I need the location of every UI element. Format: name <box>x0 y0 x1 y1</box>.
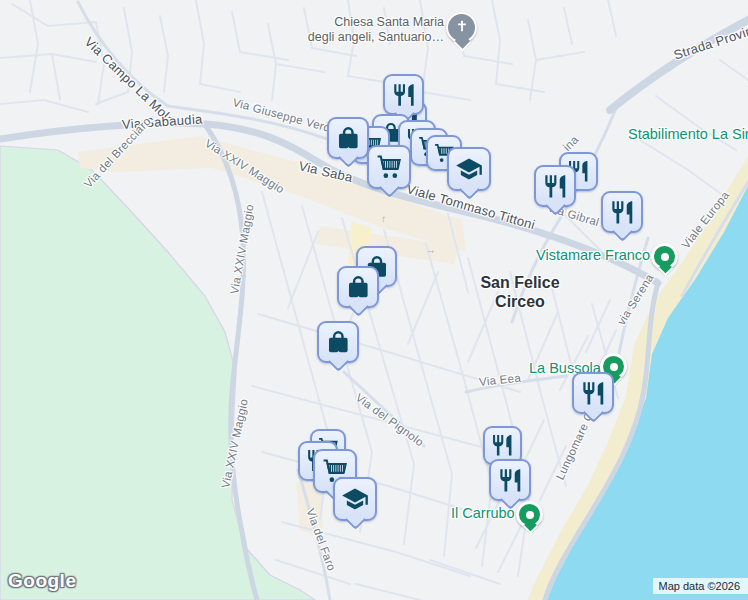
restaurant-marker[interactable] <box>601 191 643 233</box>
poi-label[interactable]: Il Carrubo <box>451 505 515 521</box>
school-marker[interactable] <box>333 477 377 521</box>
restaurant-marker[interactable] <box>572 372 614 414</box>
one-way-arrow-icon: ↑ <box>426 249 437 255</box>
fork-knife-icon <box>609 199 636 226</box>
church-label[interactable]: Chiesa Santa Maria degli angeli, Santuar… <box>286 15 444 45</box>
school-marker[interactable] <box>447 147 491 191</box>
church-label-line2: degli angeli, Santuario… <box>286 30 444 45</box>
place-pin[interactable] <box>651 243 678 270</box>
google-logo[interactable]: Google <box>8 570 76 592</box>
fork-knife-icon <box>497 467 524 494</box>
fork-knife-icon <box>542 173 569 200</box>
graduation-cap-icon <box>341 485 369 513</box>
fork-knife-icon <box>580 380 607 407</box>
map-attribution: Map data ©2026 <box>653 578 748 594</box>
shopping-bag-icon <box>325 329 352 356</box>
shopping-bag-icon <box>335 125 362 152</box>
fork-knife-icon <box>391 82 417 108</box>
shopping-bag-icon <box>345 274 372 301</box>
graduation-cap-icon <box>455 155 483 183</box>
poi-label[interactable]: Vistamare Franco <box>536 247 650 263</box>
poi-label[interactable]: Stabilimento La Siren <box>628 126 748 142</box>
town-label: San Felice Circeo <box>472 273 568 311</box>
restaurant-marker[interactable] <box>383 74 424 115</box>
church-label-line1: Chiesa Santa Maria <box>286 15 444 30</box>
restaurant-marker[interactable] <box>489 459 531 501</box>
bag-marker[interactable] <box>317 321 359 363</box>
bag-marker[interactable] <box>337 266 379 308</box>
bag-marker[interactable] <box>327 117 369 159</box>
restaurant-marker[interactable] <box>534 165 576 207</box>
place-pin[interactable] <box>516 501 543 528</box>
cross-icon <box>454 18 470 38</box>
church-pin[interactable] <box>446 12 477 43</box>
map-canvas[interactable]: San Felice Circeo Chiesa Santa Maria deg… <box>0 0 748 600</box>
shopping-cart-icon <box>375 153 403 181</box>
fork-knife-icon <box>490 433 515 458</box>
cart-marker[interactable] <box>367 145 411 189</box>
